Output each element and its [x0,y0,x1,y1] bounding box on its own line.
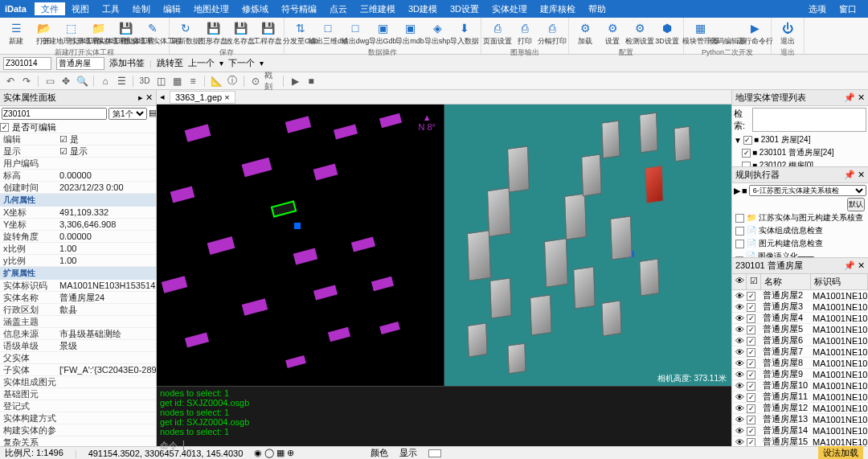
color-swatch[interactable] [428,449,441,457]
building-2d[interactable] [270,200,297,217]
prop-row[interactable]: 子实体['FW_A':'{3C2043E0-2897-... [0,364,156,376]
prop-row[interactable]: 用户编码 [0,158,156,170]
building-2d[interactable] [379,113,402,128]
play-icon[interactable]: ▶ [288,74,302,88]
table-row[interactable]: 👁✓普通房屋3MA1001NE103H1535... [732,301,868,313]
building-3d[interactable] [674,126,690,162]
ribbon-btn[interactable]: ☰新建 [3,19,29,47]
bookmark-label[interactable]: 添加书签 [109,57,145,69]
ribbon-btn[interactable]: ⬇导入数据 [452,19,477,47]
prop-row[interactable]: 实体标识码MA1001NE103H15351422... [0,280,156,292]
building-3d[interactable] [573,266,596,309]
prop-search[interactable] [2,108,107,120]
prop-row[interactable]: 父实体 [0,352,156,364]
menu-7[interactable]: 符号精编 [275,2,323,15]
status-icon[interactable]: ◉ ◯ ▦ ⊕ [254,448,294,458]
building-2d[interactable] [285,116,311,133]
prop-row[interactable]: 标高0.00000 [0,170,156,182]
tree-icon[interactable]: ☰ [114,74,129,88]
col-name[interactable]: 名称 [761,274,811,289]
rule-item[interactable]: 📄 图像语义化——showRelationMap... [732,250,868,258]
building-3d[interactable] [645,166,664,204]
ribbon-btn[interactable]: □输出三维dxf [315,19,341,47]
ribbon-btn[interactable]: 💾工程存盘 [255,19,280,47]
prop-row[interactable]: y比例1.00 [0,255,156,267]
prev-btn[interactable]: 上一个 [188,57,215,69]
prop-combo[interactable]: 第1个 [108,108,147,120]
panel-pin-icon[interactable]: 📌 ✕ [844,92,865,103]
ribbon-btn[interactable]: ↻刷新数据 [173,19,199,47]
menu-4[interactable]: 编辑 [157,2,187,15]
rule-run-icon[interactable]: ▶ [734,186,740,196]
measure-icon[interactable]: 📐 [209,74,223,88]
next-btn[interactable]: 下一个 [228,57,255,69]
building-3d[interactable] [507,342,526,374]
prop-row[interactable]: 复杂关系 [0,436,156,446]
rule-item[interactable]: 📁 江苏实体与图元构建关系核查 [732,211,868,224]
rule-combo[interactable]: 6-江苏图元实体建关系核检 [749,185,866,196]
info-icon[interactable]: ⓘ [225,74,240,88]
filter-icon[interactable]: ▤ [149,108,157,120]
editable-checkbox[interactable]: ✓ [0,123,9,132]
code-input[interactable] [3,57,51,70]
menu-13[interactable]: 建库核检 [534,2,582,15]
table-row[interactable]: 👁✓普通房屋10MA1001NE103H1535... [732,380,868,391]
building-3d[interactable] [639,112,658,153]
prop-row[interactable]: 创建时间2023/12/23 0:00 [0,182,156,194]
prop-row[interactable]: x比例1.00 [0,243,156,255]
ribbon-btn[interactable]: ⎙分幅打印 [539,19,565,47]
menu-14[interactable]: 帮助 [582,2,612,15]
document-tab[interactable]: 3363_1.gep × [170,91,235,104]
menu-8[interactable]: 点云 [323,2,354,15]
building-2d[interactable] [242,298,268,315]
3d-label[interactable]: 3D [137,74,152,88]
layers-icon[interactable]: ≡ [186,74,200,88]
rule-item[interactable]: 📄 实体组成信息检查 [732,224,868,237]
snap-icon[interactable]: ⊙ [248,74,263,88]
table-row[interactable]: 👁✓普通房屋15MA1001NE103H1535... [732,436,868,446]
ribbon-btn[interactable]: ⎙页面设置 [485,19,510,47]
table-row[interactable]: 👁✓普通房屋5MA1001NE103H1535... [732,324,868,335]
table-row[interactable]: 👁✓普通房屋12MA1001NE103H1535... [732,403,868,414]
panel-close-icon[interactable]: ▸ ✕ [138,92,153,103]
ribbon-btn[interactable]: ⬢3D设置 [654,19,680,47]
building-2d[interactable] [313,164,338,181]
ribbon-btn[interactable]: ⚙设置 [600,19,625,47]
tab-prev-icon[interactable]: ◂ [160,92,165,102]
layer-input[interactable] [56,57,104,70]
menu-2[interactable]: 工具 [96,2,126,15]
building-3d[interactable] [467,322,487,357]
ribbon-btn[interactable]: ⚙检测设置 [627,19,653,47]
building-3d[interactable] [610,215,633,260]
prop-row[interactable]: 构建实体的参数 [0,424,156,436]
table-row[interactable]: 👁✓普通房屋2MA1001NE103H1535... [732,290,868,301]
ribbon-btn[interactable]: 💾改名存盘 [227,19,253,47]
building-3d[interactable] [639,258,660,296]
building-3d[interactable] [544,238,568,288]
table-row[interactable]: 👁✓普通房屋9MA1001NE103H1535... [732,369,868,380]
ribbon-btn[interactable]: 💾图形存盘 [200,19,226,47]
building-3d[interactable] [487,187,511,237]
ribbon-btn[interactable]: ⎙打印 [512,19,538,47]
redo-icon[interactable]: ↷ [19,74,34,88]
building-2d[interactable] [242,158,272,178]
building-2d[interactable] [184,124,211,141]
prop-row[interactable]: 实体组成图元集 [0,376,156,388]
menu-5[interactable]: 地图处理 [187,2,235,15]
building-3d[interactable] [581,154,602,196]
building-3d[interactable] [602,121,621,159]
menu-10[interactable]: 3D建模 [402,2,444,15]
menu-11[interactable]: 3D设置 [444,2,485,15]
menu-3[interactable]: 绘制 [126,2,157,15]
building-3d[interactable] [564,193,587,240]
prop-row[interactable]: 信息来源市县级基础测绘 [0,328,156,340]
building-2d[interactable] [328,327,350,342]
building-3d[interactable] [602,300,622,336]
ribbon-btn[interactable]: ⏻退出 [775,19,800,47]
building-2d[interactable] [380,322,401,334]
rule-pin-icon[interactable]: 📌 ✕ [844,170,865,180]
building-2d[interactable] [371,277,394,291]
grid-icon[interactable]: ▦ [170,74,184,88]
prop-row[interactable]: Y坐标3,306,646.908 [0,219,156,231]
rule-stop-icon[interactable]: ■ [742,186,747,195]
